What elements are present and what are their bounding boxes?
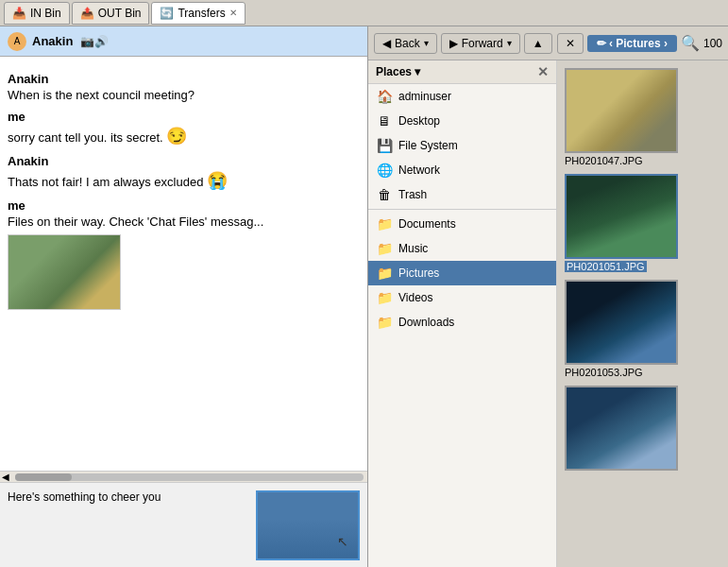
thumbnails-panel: PH0201047.JPG PH0201051.JPG PH0201053.JP… bbox=[557, 60, 728, 567]
thumb-img-0 bbox=[565, 68, 678, 153]
scroll-left-arrow[interactable]: ◀ bbox=[0, 472, 11, 482]
scroll-track[interactable] bbox=[15, 473, 364, 481]
places-panel: Places ▾ ✕ 🏠 adminuser 🖥 Desktop 💾 File … bbox=[368, 60, 557, 567]
edit-icon: ✏ bbox=[597, 37, 606, 50]
scroll-thumb[interactable] bbox=[15, 473, 72, 481]
msg-sender-me-2: me bbox=[8, 198, 360, 213]
music-icon: 📁 bbox=[376, 241, 393, 256]
preview-image: ↖ bbox=[256, 490, 360, 560]
chat-header: A Anakin 📷🔊 bbox=[0, 26, 367, 57]
forward-arrow-icon: ▶ bbox=[449, 37, 458, 50]
place-label-pictures: Pictures bbox=[398, 266, 439, 280]
filesystem-icon: 💾 bbox=[376, 138, 393, 153]
thumb-item-0[interactable]: PH0201047.JPG bbox=[565, 68, 720, 166]
places-header: Places ▾ ✕ bbox=[368, 60, 556, 84]
home-icon: 🏠 bbox=[376, 89, 393, 104]
forward-label: Forward bbox=[462, 37, 503, 50]
preview-text: Here's something to cheer you bbox=[8, 490, 248, 504]
place-label-videos: Videos bbox=[398, 291, 432, 304]
in-bin-icon: 📥 bbox=[12, 7, 26, 20]
places-close-button[interactable]: ✕ bbox=[537, 64, 549, 79]
places-item-desktop[interactable]: 🖥 Desktop bbox=[368, 109, 556, 133]
emoji-cry: 😭 bbox=[207, 171, 228, 190]
desktop-icon: 🖥 bbox=[376, 113, 393, 129]
thumb-img-1 bbox=[565, 174, 678, 259]
back-dropdown-icon: ▾ bbox=[424, 38, 429, 48]
forward-button[interactable]: ▶ Forward ▾ bbox=[441, 33, 520, 54]
file-toolbar: ◀ Back ▾ ▶ Forward ▾ ▲ ✕ ✏ ‹ Pictures › … bbox=[368, 26, 728, 60]
trash-icon: 🗑 bbox=[376, 187, 393, 202]
bird3-image bbox=[567, 282, 676, 363]
place-label-desktop: Desktop bbox=[398, 114, 440, 128]
places-item-adminuser[interactable]: 🏠 adminuser bbox=[368, 84, 556, 109]
places-separator-1 bbox=[368, 209, 556, 210]
out-bin-icon: 📤 bbox=[80, 7, 94, 20]
thumb-img-3 bbox=[565, 386, 678, 471]
chat-bird-image bbox=[8, 234, 121, 310]
place-label-network: Network bbox=[398, 163, 440, 177]
network-icon: 🌐 bbox=[376, 163, 393, 178]
main-content: A Anakin 📷🔊 Anakin When is the next coun… bbox=[0, 26, 728, 567]
thumb-item-3[interactable] bbox=[565, 386, 720, 472]
downloads-icon: 📁 bbox=[376, 315, 393, 330]
place-label-music: Music bbox=[398, 242, 428, 255]
back-button[interactable]: ◀ Back ▾ bbox=[374, 33, 437, 54]
place-label-adminuser: adminuser bbox=[398, 90, 451, 103]
bird1-image bbox=[567, 70, 676, 151]
file-browser-body: Places ▾ ✕ 🏠 adminuser 🖥 Desktop 💾 File … bbox=[368, 60, 728, 567]
pictures-icon: 📁 bbox=[376, 266, 393, 281]
close-icon: ✕ bbox=[566, 37, 575, 50]
up-arrow-icon: ▲ bbox=[533, 37, 544, 50]
places-item-videos[interactable]: 📁 Videos bbox=[368, 285, 556, 310]
chat-scrollbar[interactable]: ◀ bbox=[0, 471, 367, 482]
chat-panel: A Anakin 📷🔊 Anakin When is the next coun… bbox=[0, 26, 368, 567]
bird2-image bbox=[567, 176, 676, 257]
msg-sender-anakin-2: Anakin bbox=[8, 154, 360, 168]
thumb-label-0: PH0201047.JPG bbox=[565, 155, 643, 166]
place-label-filesystem: File System bbox=[398, 139, 458, 152]
nav-right-icon[interactable]: › bbox=[664, 37, 668, 50]
chat-status-icons: 📷🔊 bbox=[80, 35, 109, 48]
forward-dropdown-icon: ▾ bbox=[507, 38, 512, 48]
tab-close-button[interactable]: ✕ bbox=[229, 8, 237, 18]
tab-transfers[interactable]: 🔄 Transfers ✕ bbox=[151, 2, 245, 25]
tab-bar: 📥 IN Bin 📤 OUT Bin 🔄 Transfers ✕ bbox=[0, 0, 728, 26]
thumb-item-2[interactable]: PH0201053.JPG bbox=[565, 280, 720, 378]
thumb-item-1[interactable]: PH0201051.JPG bbox=[565, 174, 720, 272]
msg-text-3: Thats not fair! I am always excluded 😭 bbox=[8, 170, 360, 191]
chat-preview-area: Here's something to cheer you ↖ bbox=[0, 482, 367, 567]
bird-thumbnail bbox=[8, 235, 120, 309]
zoom-minus-icon[interactable]: 🔍 bbox=[681, 34, 700, 52]
msg-text-2: sorry cant tell you. its secret. 😏 bbox=[8, 126, 360, 146]
place-label-downloads: Downloads bbox=[398, 316, 454, 329]
up-button[interactable]: ▲ bbox=[524, 33, 552, 54]
thumb-label-1: PH0201051.JPG bbox=[565, 261, 647, 272]
chat-messages[interactable]: Anakin When is the next council meeting?… bbox=[0, 57, 367, 471]
msg-sender-anakin-1: Anakin bbox=[8, 72, 360, 86]
location-bar: ✏ ‹ Pictures › bbox=[587, 35, 677, 52]
file-panel: ◀ Back ▾ ▶ Forward ▾ ▲ ✕ ✏ ‹ Pictures › … bbox=[368, 26, 728, 567]
places-item-trash[interactable]: 🗑 Trash bbox=[368, 182, 556, 207]
chat-contact-name: Anakin bbox=[32, 34, 73, 48]
tab-in-bin[interactable]: 📥 IN Bin bbox=[4, 2, 70, 25]
zoom-level: 100 bbox=[703, 37, 722, 50]
places-title: Places ▾ bbox=[376, 65, 420, 78]
msg-sender-me-1: me bbox=[8, 110, 360, 124]
avatar: A bbox=[8, 32, 26, 51]
out-bin-label: OUT Bin bbox=[98, 7, 142, 20]
msg-text-1: When is the next council meeting? bbox=[8, 88, 360, 102]
places-item-downloads[interactable]: 📁 Downloads bbox=[368, 310, 556, 335]
bird4-image bbox=[567, 387, 676, 469]
places-item-documents[interactable]: 📁 Documents bbox=[368, 212, 556, 236]
nav-left-icon[interactable]: ‹ bbox=[609, 37, 613, 50]
places-item-pictures[interactable]: 📁 Pictures bbox=[368, 261, 556, 285]
thumb-label-2: PH0201053.JPG bbox=[565, 367, 643, 378]
places-item-filesystem[interactable]: 💾 File System bbox=[368, 133, 556, 158]
close-panel-button[interactable]: ✕ bbox=[557, 33, 584, 54]
tab-out-bin[interactable]: 📤 OUT Bin bbox=[72, 2, 150, 25]
places-item-music[interactable]: 📁 Music bbox=[368, 236, 556, 261]
thumb-img-2 bbox=[565, 280, 678, 365]
place-label-trash: Trash bbox=[398, 188, 427, 201]
places-item-network[interactable]: 🌐 Network bbox=[368, 158, 556, 182]
back-arrow-icon: ◀ bbox=[382, 37, 391, 50]
